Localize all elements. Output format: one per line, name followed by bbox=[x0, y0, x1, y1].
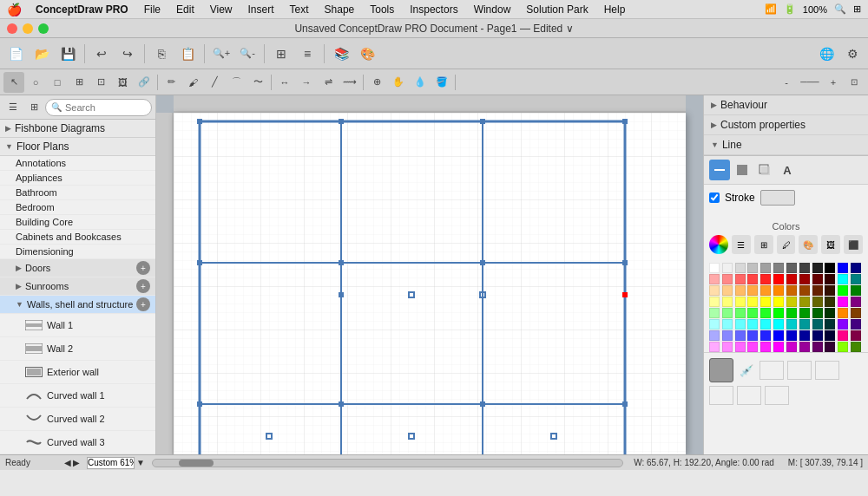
color-swatch[interactable] bbox=[709, 263, 720, 273]
color-swatch[interactable] bbox=[786, 285, 797, 296]
color-swatch[interactable] bbox=[735, 342, 746, 352]
menu-help[interactable]: Help bbox=[597, 3, 633, 16]
color-swatch[interactable] bbox=[799, 297, 810, 307]
menu-shape[interactable]: Shape bbox=[318, 3, 362, 16]
color-swatch[interactable] bbox=[812, 319, 823, 330]
link-tool-btn[interactable]: 🔗 bbox=[134, 72, 155, 93]
zoom-decrease-btn[interactable]: - bbox=[776, 72, 797, 93]
color-swatch[interactable] bbox=[760, 263, 771, 273]
color-wheel-btn[interactable]: 🌐 bbox=[814, 42, 838, 66]
color-swatch[interactable] bbox=[760, 274, 771, 284]
brush-tool-btn[interactable]: 🖌 bbox=[182, 72, 203, 93]
color-swatch[interactable] bbox=[799, 274, 810, 284]
search-menubar-icon[interactable]: 🔍 bbox=[834, 3, 846, 15]
color-swatch[interactable] bbox=[851, 308, 861, 318]
color-swatch[interactable] bbox=[760, 319, 771, 330]
color-swatch[interactable] bbox=[825, 285, 835, 296]
selected-color-display[interactable] bbox=[709, 358, 733, 382]
oval-tool-btn[interactable]: ○ bbox=[25, 72, 46, 93]
hand-tool-btn[interactable]: ✋ bbox=[388, 72, 409, 93]
color-swatch[interactable] bbox=[851, 263, 861, 273]
sidebar-item-dimensioning[interactable]: Dimensioning bbox=[0, 245, 155, 259]
color-swatch[interactable] bbox=[825, 263, 835, 273]
color-swatch[interactable] bbox=[773, 330, 784, 341]
sidebar-item-curved-wall3[interactable]: Curved wall 3 bbox=[0, 431, 155, 454]
page-next-btn[interactable]: ▶ bbox=[73, 458, 80, 467]
connector-tool-btn[interactable]: ↔ bbox=[274, 72, 295, 93]
color-swatch[interactable] bbox=[773, 297, 784, 307]
color-swatch[interactable] bbox=[799, 263, 810, 273]
menu-text[interactable]: Text bbox=[283, 3, 316, 16]
color-swatch[interactable] bbox=[773, 319, 784, 330]
fill-btn[interactable]: 🪣 bbox=[431, 72, 452, 93]
color-swatch[interactable] bbox=[747, 263, 758, 273]
color-swatch[interactable] bbox=[735, 330, 746, 341]
color-swatch[interactable] bbox=[722, 274, 733, 284]
spline-btn[interactable]: ⟿ bbox=[339, 72, 360, 93]
color-swatch[interactable] bbox=[709, 330, 720, 341]
color-swatch[interactable] bbox=[747, 319, 758, 330]
color-swatch[interactable] bbox=[760, 308, 771, 318]
sidebar-item-bathroom[interactable]: Bathroom bbox=[0, 186, 155, 200]
color-swatch[interactable] bbox=[851, 330, 861, 341]
save-btn[interactable]: 💾 bbox=[56, 42, 80, 66]
color-swatch[interactable] bbox=[709, 274, 720, 284]
maximize-button[interactable] bbox=[38, 23, 49, 34]
color-swatch[interactable] bbox=[786, 330, 797, 341]
color-swatch[interactable] bbox=[773, 342, 784, 352]
color-swatch[interactable] bbox=[812, 330, 823, 341]
custom-properties-header[interactable]: ▶ Custom properties bbox=[704, 115, 868, 135]
color-swatch[interactable] bbox=[747, 330, 758, 341]
color-swatch[interactable] bbox=[722, 285, 733, 296]
menu-inspectors[interactable]: Inspectors bbox=[403, 3, 464, 16]
close-button[interactable] bbox=[7, 23, 17, 34]
menu-solution-park[interactable]: Solution Park bbox=[519, 3, 595, 16]
eyedropper-tool-btn[interactable]: 💉 bbox=[737, 361, 756, 380]
image-tool-btn[interactable]: 🖼 bbox=[112, 72, 133, 93]
menu-view[interactable]: View bbox=[203, 3, 240, 16]
menu-tools[interactable]: Tools bbox=[363, 3, 401, 16]
line-tool-btn[interactable]: ╱ bbox=[204, 72, 225, 93]
color-swatch[interactable] bbox=[773, 285, 784, 296]
color-swatch[interactable] bbox=[838, 285, 848, 296]
color-swatch[interactable] bbox=[786, 297, 797, 307]
apple-icon[interactable]: 🍎 bbox=[7, 3, 22, 16]
bezier-tool-btn[interactable]: ⌒ bbox=[226, 72, 247, 93]
color-swatch[interactable] bbox=[838, 342, 848, 352]
color-swatch[interactable] bbox=[851, 342, 861, 352]
color-swatch[interactable] bbox=[747, 285, 758, 296]
table-tool-btn[interactable]: ⊞ bbox=[69, 72, 89, 93]
sidebar-item-exterior-wall[interactable]: Exterior wall bbox=[0, 361, 155, 384]
color-palette-btn[interactable]: 🎨 bbox=[799, 235, 818, 254]
color-swatch[interactable] bbox=[825, 330, 835, 341]
sidebar-grid-view-btn[interactable]: ⊞ bbox=[24, 98, 43, 117]
sidebar-item-curved-wall2[interactable]: Curved wall 2 bbox=[0, 408, 155, 431]
drawing-canvas[interactable] bbox=[174, 113, 686, 454]
color-swatch[interactable] bbox=[851, 274, 861, 284]
color-btn[interactable]: 🎨 bbox=[355, 42, 379, 66]
color-swatch[interactable] bbox=[747, 308, 758, 318]
color-swatch[interactable] bbox=[773, 308, 784, 318]
color-swatch[interactable] bbox=[760, 285, 771, 296]
scrollbar-thumb[interactable] bbox=[179, 460, 214, 467]
color-swatch[interactable] bbox=[735, 297, 746, 307]
color-swatch[interactable] bbox=[747, 342, 758, 352]
color-swatch[interactable] bbox=[799, 342, 810, 352]
color-swatch[interactable] bbox=[838, 297, 848, 307]
color-swatch[interactable] bbox=[786, 342, 797, 352]
select-tool-btn[interactable]: ↖ bbox=[3, 72, 24, 93]
color-swatch[interactable] bbox=[825, 342, 835, 352]
color-picker-btn[interactable]: ⬛ bbox=[844, 235, 863, 254]
color-swatch[interactable] bbox=[838, 274, 848, 284]
line-section-header[interactable]: ▼ Line bbox=[704, 135, 868, 155]
sidebar-group-fishbone[interactable]: ▶ Fishbone Diagrams bbox=[0, 120, 155, 138]
color-swatch[interactable] bbox=[812, 263, 823, 273]
open-btn[interactable]: 📂 bbox=[30, 42, 54, 66]
color-swatch[interactable] bbox=[709, 308, 720, 318]
sidebar-item-wall1[interactable]: Wall 1 bbox=[0, 314, 155, 337]
redo-btn[interactable]: ↪ bbox=[115, 42, 140, 66]
zoom-dropdown-arrow[interactable]: ▼ bbox=[136, 458, 145, 467]
crop-tool-btn[interactable]: ⊡ bbox=[90, 72, 111, 93]
sidebar-item-wall2[interactable]: Wall 2 bbox=[0, 337, 155, 361]
color-swatch[interactable] bbox=[722, 297, 733, 307]
